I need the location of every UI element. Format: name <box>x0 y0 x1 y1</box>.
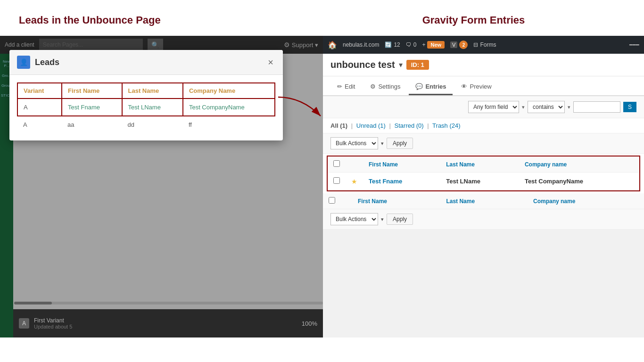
leads-table: Variant First Name Last Name Company Nam… <box>17 82 275 133</box>
th-entry-company: Company name <box>519 156 639 173</box>
filter-condition-select[interactable]: contains <box>528 101 565 113</box>
td-row-checkbox <box>328 173 346 190</box>
th-bottom-star <box>341 193 352 209</box>
wp-admin-bar: 🏠 nebulas.it.com 🔄 12 🗨 0 + New V 2 <box>323 36 644 54</box>
entries-icon: 💬 <box>415 83 423 90</box>
new-badge: New <box>427 41 445 49</box>
th-last-name: Last Name <box>122 83 183 99</box>
td-last-name-1: Test LName <box>122 99 183 116</box>
filter-search-button[interactable]: S <box>623 102 636 112</box>
form-id-badge: ID: 1 <box>406 60 429 70</box>
bulk-actions-bar-top: Bulk Actions ▾ Apply <box>323 133 644 154</box>
wp-user[interactable]: ━━━ <box>629 42 639 48</box>
th-entry-last-name: Last Name <box>440 156 519 173</box>
wp-site-url[interactable]: nebulas.it.com <box>343 41 379 48</box>
tab-preview[interactable]: 👁 Preview <box>454 79 498 95</box>
table-row: A Test Fname Test LName Test CompanyName <box>17 99 275 116</box>
bulk-actions-bar-bottom: Bulk Actions ▾ Apply <box>323 209 644 230</box>
th-entry-first-name: First Name <box>363 156 440 173</box>
td-first-name-1: Test Fname <box>62 99 122 116</box>
td-last-name-2: dd <box>122 116 183 133</box>
filter-unread-link[interactable]: Unread (1) <box>356 122 386 129</box>
td-entry-first-name[interactable]: Test Fname <box>363 173 440 190</box>
wp-comments[interactable]: 🗨 0 <box>406 41 417 48</box>
th-bottom-company: Company name <box>528 193 644 209</box>
forms-icon: ⊟ <box>473 41 478 48</box>
th-first-name: First Name <box>62 83 122 99</box>
bulk-actions-select-top[interactable]: Bulk Actions <box>330 137 378 149</box>
plus-icon: + <box>422 41 425 48</box>
td-company-2: ff <box>183 116 275 133</box>
settings-icon: ⚙ <box>370 83 376 90</box>
edit-icon: ✏ <box>337 83 342 90</box>
entry-row-highlighted[interactable]: ★ Test Fname Test LName Test CompanyName <box>328 173 639 190</box>
vendor-count: 2 <box>459 41 468 49</box>
right-panel: 🏠 nebulas.it.com 🔄 12 🗨 0 + New V 2 <box>323 36 644 337</box>
bulk-apply-button-bottom[interactable]: Apply <box>387 214 413 225</box>
filter-value-input[interactable] <box>573 101 620 113</box>
entries-table-header: First Name Last Name Company name <box>328 156 639 173</box>
wp-vendor[interactable]: V 2 <box>450 41 468 49</box>
wp-new[interactable]: + New <box>422 41 445 49</box>
bulk-select-bottom-chevron-icon: ▾ <box>381 216 384 222</box>
leads-table-container: Variant First Name Last Name Company Nam… <box>9 75 283 140</box>
th-variant: Variant <box>17 83 62 99</box>
comments-icon: 🗨 <box>406 41 412 48</box>
tab-edit[interactable]: ✏ Edit <box>330 79 362 95</box>
form-nav-tabs: ✏ Edit ⚙ Settings 💬 Entries 👁 Preview <box>323 76 644 96</box>
form-title-bar: unbounce test ▾ ID: 1 <box>323 54 644 76</box>
th-bottom-last-name: Last Name <box>440 193 528 209</box>
entries-table-bottom-header: First Name Last Name Company name <box>323 193 644 209</box>
tab-settings[interactable]: ⚙ Settings <box>363 79 407 95</box>
select-all-checkbox[interactable] <box>333 160 340 167</box>
th-bottom-checkbox <box>323 193 341 209</box>
leads-modal-close-button[interactable]: × <box>266 57 275 68</box>
filter-trash-link[interactable]: Trash (24) <box>432 122 460 129</box>
th-checkbox <box>328 156 346 173</box>
star-icon[interactable]: ★ <box>351 178 357 185</box>
table-row: A aa dd ff <box>17 116 275 133</box>
th-company-name: Company Name <box>183 83 275 99</box>
entries-table: First Name Last Name Company name <box>328 156 639 190</box>
bottom-select-all-checkbox[interactable] <box>329 197 335 204</box>
filter-all-link[interactable]: All (1) <box>330 122 347 129</box>
td-variant-a2: A <box>17 116 62 133</box>
td-entry-last-name: Test LName <box>440 173 519 190</box>
bulk-select-chevron-icon: ▾ <box>381 140 384 147</box>
filter-bar: Any form field ▾ contains ▾ S <box>323 96 644 118</box>
leads-modal: 👤 Leads × Variant First Name Last Name C… <box>9 50 283 140</box>
section-title-left: Leads in the Unbounce Page <box>19 14 322 26</box>
row-checkbox[interactable] <box>333 177 340 184</box>
th-bottom-first-name: First Name <box>352 193 440 209</box>
td-first-name-2: aa <box>62 116 122 133</box>
entry-filter-links: All (1) | Unread (1) | Starred (0) | Tra… <box>323 118 644 133</box>
entries-highlight-box: First Name Last Name Company name <box>327 156 640 191</box>
wp-home-icon[interactable]: 🏠 <box>328 41 337 49</box>
preview-icon: 👁 <box>461 83 467 90</box>
tab-entries[interactable]: 💬 Entries <box>409 79 453 95</box>
gf-content: unbounce test ▾ ID: 1 ✏ Edit ⚙ Settings <box>323 54 644 230</box>
filter-starred-link[interactable]: Starred (0) <box>395 122 424 129</box>
leads-icon: 👤 <box>20 58 28 66</box>
section-title-right: Gravity Form Entries <box>322 14 625 26</box>
connecting-arrow <box>273 92 330 130</box>
td-variant-a: A <box>17 99 62 116</box>
bulk-apply-button-top[interactable]: Apply <box>387 138 413 149</box>
bulk-actions-select-bottom[interactable]: Bulk Actions <box>330 213 378 225</box>
entries-table-bottom-header-row: First Name Last Name Company name <box>323 193 644 209</box>
leads-modal-title: Leads <box>35 58 266 67</box>
td-entry-company: Test CompanyName <box>519 173 639 190</box>
form-title-chevron-icon[interactable]: ▾ <box>399 60 403 69</box>
form-title: unbounce test <box>330 59 395 70</box>
filter-field-chevron-icon: ▾ <box>522 104 525 110</box>
td-company-1: Test CompanyName <box>183 99 275 116</box>
td-star: ★ <box>346 173 363 190</box>
filter-field-select[interactable]: Any form field <box>468 101 519 113</box>
wp-forms[interactable]: ⊟ Forms <box>473 41 496 48</box>
wp-updates[interactable]: 🔄 12 <box>385 41 400 48</box>
left-panel: Add a client 🔍 ⚙ Support ▾ New P... Gro.… <box>0 36 323 337</box>
filter-condition-chevron-icon: ▾ <box>568 104 570 110</box>
th-star <box>346 156 363 173</box>
leads-modal-icon: 👤 <box>17 56 30 69</box>
updates-icon: 🔄 <box>385 41 392 48</box>
